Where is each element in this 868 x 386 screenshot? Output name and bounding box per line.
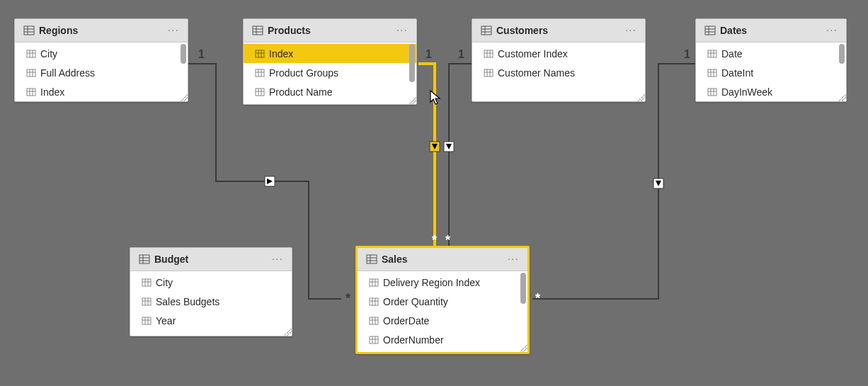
- svg-marker-7: [656, 181, 661, 186]
- resize-handle[interactable]: [520, 345, 527, 352]
- more-options-icon[interactable]: ···: [270, 256, 285, 263]
- fields-list[interactable]: City Full Address Index: [15, 42, 188, 101]
- table-icon: [366, 254, 377, 265]
- field-name: Sales Budgets: [156, 296, 219, 307]
- table-card-dates[interactable]: Dates ··· Date DateInt DayInWeek: [695, 18, 847, 102]
- field-row[interactable]: Delivery Region Index: [358, 273, 527, 292]
- svg-rect-68: [139, 255, 149, 263]
- fields-list[interactable]: Date DateInt DayInWeek: [696, 42, 846, 101]
- scrollbar[interactable]: [520, 273, 526, 351]
- field-row[interactable]: Full Address: [15, 63, 188, 82]
- table-header[interactable]: Customers ···: [472, 19, 645, 42]
- column-icon: [255, 87, 265, 97]
- more-options-icon[interactable]: ···: [825, 27, 839, 34]
- svg-rect-12: [27, 50, 35, 57]
- field-row[interactable]: City: [15, 44, 188, 63]
- column-icon: [707, 87, 717, 97]
- more-options-icon[interactable]: ···: [624, 27, 638, 34]
- svg-rect-76: [142, 298, 151, 305]
- svg-rect-20: [27, 89, 35, 96]
- svg-rect-44: [484, 50, 493, 57]
- table-header[interactable]: Dates ···: [696, 19, 846, 42]
- table-card-sales[interactable]: Sales ··· Delivery Region Index Order Qu…: [355, 246, 530, 354]
- field-name: Delivery Region Index: [383, 277, 480, 288]
- field-row[interactable]: Customer Index: [472, 44, 645, 63]
- field-row[interactable]: OrderDate: [358, 311, 527, 330]
- column-icon: [142, 278, 152, 288]
- svg-marker-104: [430, 91, 440, 104]
- resize-handle[interactable]: [839, 94, 846, 101]
- resize-handle[interactable]: [285, 329, 292, 336]
- svg-rect-96: [370, 317, 378, 324]
- table-header[interactable]: Products ···: [244, 19, 416, 42]
- column-icon: [369, 316, 379, 326]
- fields-list[interactable]: Customer Index Customer Names: [472, 42, 645, 101]
- field-name: Order Quantity: [383, 296, 448, 307]
- svg-rect-28: [256, 50, 264, 57]
- table-title: Customers: [496, 25, 619, 36]
- table-card-customers[interactable]: Customers ··· Customer Index Customer Na…: [472, 18, 646, 102]
- cardinality-one: 1: [684, 48, 690, 60]
- more-options-icon[interactable]: ···: [395, 27, 409, 34]
- column-icon: [255, 49, 265, 59]
- fields-list[interactable]: City Sales Budgets Year: [130, 271, 292, 335]
- field-name: Customer Names: [498, 67, 575, 79]
- field-name: Index: [40, 86, 64, 98]
- field-row[interactable]: Sales Budgets: [130, 292, 292, 311]
- svg-rect-100: [370, 336, 378, 344]
- cardinality-one: 1: [458, 48, 464, 60]
- field-row[interactable]: OrderNumber: [358, 330, 527, 349]
- field-name: Index: [269, 48, 293, 59]
- table-card-regions[interactable]: Regions ··· City Full Address Index: [14, 18, 188, 102]
- field-row[interactable]: Year: [130, 311, 292, 330]
- column-icon: [255, 68, 265, 78]
- more-options-icon[interactable]: ···: [166, 27, 181, 34]
- model-canvas[interactable]: 1 * 1 * 1 * 1 * Regions ··· City Full Ad…: [0, 0, 868, 386]
- table-icon: [704, 25, 716, 36]
- scrollbar[interactable]: [409, 44, 415, 102]
- column-icon: [142, 297, 152, 307]
- scrollbar[interactable]: [839, 44, 845, 99]
- field-name: OrderDate: [383, 315, 429, 327]
- svg-rect-24: [253, 26, 263, 35]
- field-name: Product Groups: [269, 67, 338, 79]
- column-icon: [707, 68, 717, 78]
- field-row[interactable]: Index: [15, 82, 188, 101]
- fields-list[interactable]: Delivery Region Index Order Quantity Ord…: [358, 271, 527, 352]
- more-options-icon[interactable]: ···: [506, 256, 520, 263]
- column-icon: [369, 297, 379, 307]
- svg-rect-64: [708, 89, 716, 96]
- field-row[interactable]: Date: [696, 44, 846, 63]
- resize-handle[interactable]: [181, 94, 188, 101]
- scrollbar[interactable]: [181, 44, 186, 99]
- field-row[interactable]: Product Groups: [244, 63, 416, 82]
- cardinality-many: *: [445, 233, 450, 247]
- column-icon: [707, 49, 717, 59]
- cardinality-many: *: [535, 291, 540, 305]
- table-header[interactable]: Sales ···: [358, 248, 527, 271]
- table-icon: [252, 25, 263, 36]
- field-row[interactable]: City: [130, 273, 292, 292]
- table-header[interactable]: Budget ···: [130, 248, 292, 271]
- column-icon: [26, 68, 36, 78]
- table-icon: [23, 25, 35, 36]
- svg-rect-52: [705, 26, 715, 35]
- fields-list[interactable]: Index Product Groups Product Name: [244, 42, 416, 103]
- svg-rect-40: [481, 26, 491, 35]
- field-row[interactable]: DayInWeek: [696, 82, 846, 101]
- field-row[interactable]: Order Quantity: [358, 292, 527, 311]
- table-card-products[interactable]: Products ··· Index Product Groups Produc…: [243, 18, 417, 105]
- resize-handle[interactable]: [638, 94, 645, 101]
- table-header[interactable]: Regions ···: [15, 19, 188, 42]
- table-title: Regions: [39, 25, 162, 36]
- field-row[interactable]: Customer Names: [472, 63, 645, 82]
- field-name: Customer Index: [498, 48, 568, 59]
- table-card-budget[interactable]: Budget ··· City Sales Budgets Year: [130, 247, 292, 336]
- field-name: City: [156, 277, 173, 288]
- field-row[interactable]: DateInt: [696, 63, 846, 82]
- field-name: Product Name: [269, 86, 332, 98]
- field-row[interactable]: Index: [244, 44, 416, 63]
- svg-rect-92: [370, 298, 378, 305]
- resize-handle[interactable]: [409, 97, 416, 104]
- field-row[interactable]: Product Name: [244, 82, 416, 101]
